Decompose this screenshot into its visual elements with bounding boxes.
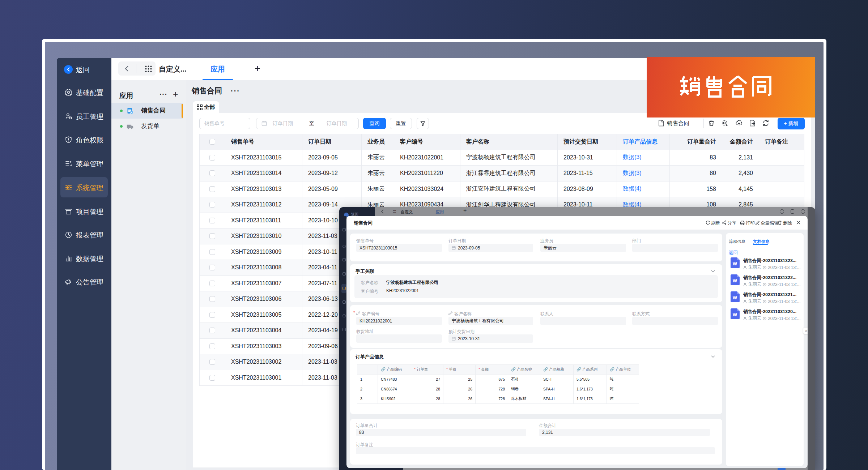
svg-text:W: W (733, 278, 737, 283)
svg-text:W: W (733, 261, 737, 266)
svg-text:W: W (733, 295, 737, 300)
svg-text:W: W (733, 312, 737, 317)
